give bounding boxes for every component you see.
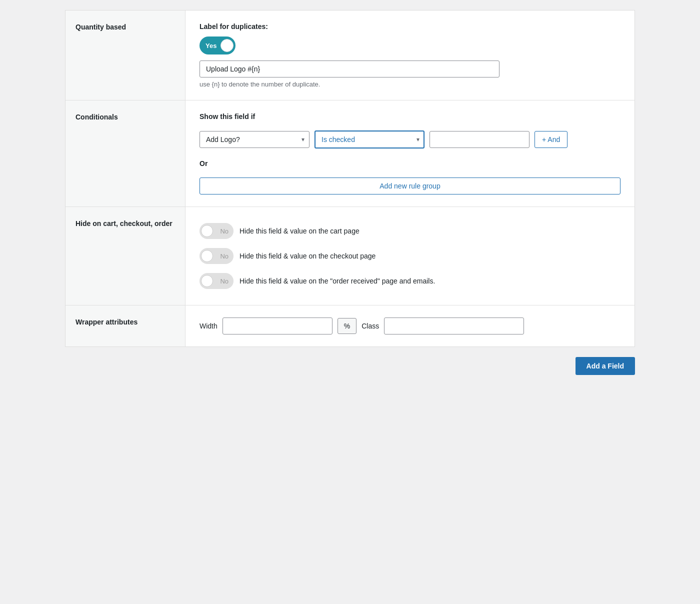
duplicates-input[interactable]	[200, 60, 500, 78]
wrapper-attributes-row: Wrapper attributes Width % Class	[66, 306, 634, 346]
hide-order-toggle[interactable]: No	[200, 273, 234, 289]
show-field-title: Show this field if	[200, 112, 620, 120]
hide-order-option: No Hide this field & value on the "order…	[200, 273, 620, 289]
quantity-based-label: Quantity based	[66, 10, 186, 100]
toggle-yes-label: Yes	[202, 42, 216, 50]
condition-select-wrapper: Is checked	[314, 130, 424, 148]
wrapper-attributes-label: Wrapper attributes	[66, 306, 186, 346]
width-label: Width	[200, 322, 218, 330]
bottom-bar: Add a Field	[65, 347, 635, 385]
hide-on-cart-content: No Hide this field & value on the cart p…	[186, 207, 634, 305]
field-select[interactable]: Add Logo?	[200, 131, 310, 148]
conditionals-row: Conditionals Show this field if Add Logo…	[66, 100, 634, 207]
hide-checkout-toggle[interactable]: No	[200, 248, 234, 264]
duplicates-hint: use {n} to denote the number of duplicat…	[200, 80, 620, 88]
quantity-based-content: Label for duplicates: Yes use {n} to den…	[186, 10, 634, 100]
hide-cart-toggle[interactable]: No	[200, 223, 234, 239]
add-rule-group-button[interactable]: Add new rule group	[200, 178, 620, 194]
class-label: Class	[362, 322, 379, 330]
or-label: Or	[200, 160, 620, 168]
hide-on-cart-row: Hide on cart, checkout, order No Hide th…	[66, 207, 634, 306]
form-table: Quantity based Label for duplicates: Yes…	[65, 10, 635, 347]
label-for-duplicates-title: Label for duplicates:	[200, 22, 620, 30]
toggle-small-knob-3	[201, 275, 213, 287]
wrapper-attributes-content: Width % Class	[186, 306, 634, 346]
width-input[interactable]	[222, 318, 332, 334]
field-select-wrapper: Add Logo?	[200, 131, 310, 148]
toggle-no-label-3: No	[220, 278, 228, 285]
condition-value-input[interactable]	[430, 131, 530, 148]
hide-order-text: Hide this field & value on the "order re…	[240, 277, 435, 285]
toggle-no-label-2: No	[220, 252, 228, 260]
toggle-row: Yes	[200, 36, 620, 54]
page-wrapper: Quantity based Label for duplicates: Yes…	[0, 0, 700, 604]
percent-badge: %	[338, 318, 356, 334]
toggle-knob	[220, 39, 234, 52]
hide-checkout-option: No Hide this field & value on the checko…	[200, 248, 620, 264]
quantity-based-row: Quantity based Label for duplicates: Yes…	[66, 10, 634, 100]
hide-options-list: No Hide this field & value on the cart p…	[200, 219, 620, 293]
condition-select[interactable]: Is checked	[314, 130, 424, 148]
conditionals-content: Show this field if Add Logo? Is checked …	[186, 100, 634, 206]
toggle-small-knob-2	[201, 250, 213, 262]
toggle-small-knob-1	[201, 225, 213, 237]
duplicates-input-wrapper	[200, 60, 620, 78]
hide-cart-option: No Hide this field & value on the cart p…	[200, 223, 620, 239]
class-input[interactable]	[384, 318, 524, 334]
condition-row: Add Logo? Is checked + And	[200, 130, 620, 148]
hide-checkout-text: Hide this field & value on the checkout …	[240, 252, 376, 260]
toggle-no-label-1: No	[220, 228, 228, 235]
hide-on-cart-label: Hide on cart, checkout, order	[66, 207, 186, 305]
wrapper-fields: Width % Class	[200, 318, 620, 334]
hide-cart-text: Hide this field & value on the cart page	[240, 227, 360, 235]
add-field-button[interactable]: Add a Field	[576, 357, 635, 375]
quantity-based-toggle[interactable]: Yes	[200, 36, 236, 54]
conditionals-label: Conditionals	[66, 100, 186, 206]
and-button[interactable]: + And	[534, 131, 568, 148]
